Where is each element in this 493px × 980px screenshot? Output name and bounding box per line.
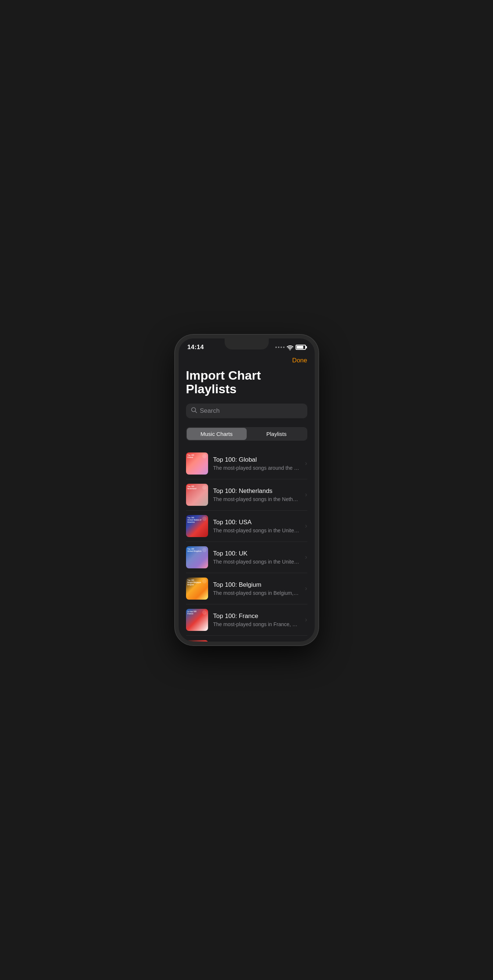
thumb-label: Top 100Global	[187, 454, 195, 458]
chevron-icon: ›	[305, 616, 308, 624]
signal-icon	[275, 347, 285, 348]
thumb-label: Top 100United Kingdom	[187, 548, 202, 552]
done-button-container: Done	[186, 354, 308, 369]
item-text: Top 100: France The most-played songs in…	[213, 612, 300, 627]
item-thumbnail: Top 100Global	[186, 452, 208, 474]
item-thumbnail: Top 100United States of America	[186, 515, 208, 537]
apple-music-badge	[202, 454, 207, 458]
item-title: Top 100: France	[213, 612, 300, 620]
item-thumbnail: Le top 100France	[186, 609, 208, 631]
item-thumbnail: Top 100Nederland	[186, 484, 208, 506]
svg-point-6	[202, 579, 207, 584]
list-item[interactable]: Le top 100France Top 100: France The mos…	[186, 605, 308, 636]
item-subtitle: The most-played songs in the Netherlands…	[213, 496, 300, 502]
apple-music-badge	[202, 517, 207, 521]
list-item[interactable]: Top 100Global Top 100: Global The most-p…	[186, 448, 308, 479]
svg-point-4	[202, 517, 207, 521]
item-subtitle: The most-played songs around the world, …	[213, 465, 300, 471]
item-title: Top 100: USA	[213, 519, 300, 526]
chevron-icon: ›	[305, 585, 308, 592]
apple-music-badge	[202, 610, 207, 615]
item-subtitle: The most-played songs in France, updated…	[213, 621, 300, 627]
apple-music-badge	[202, 548, 207, 552]
status-bar: 14:14	[179, 339, 315, 354]
main-content: Done Import Chart Playlists Music Charts…	[179, 354, 315, 641]
thumb-label: Le top 100France	[187, 610, 197, 615]
item-text: Top 100: Global The most-played songs ar…	[213, 456, 300, 471]
svg-point-5	[202, 548, 207, 552]
item-title: Top 100: Belgium	[213, 581, 300, 589]
item-subtitle: The most-played songs in the United King…	[213, 559, 300, 565]
status-icons	[275, 345, 306, 350]
item-text: Top 100: UK The most-played songs in the…	[213, 550, 300, 565]
list-item[interactable]: Top 100Nederland Top 100: Netherlands Th…	[186, 479, 308, 511]
svg-line-1	[195, 411, 197, 413]
list-item[interactable]: Top 100België Belgique Belgian Top 100: …	[186, 573, 308, 605]
item-thumbnail: Top 100United Kingdom	[186, 546, 208, 568]
list-item[interactable]: Top 100Deutschland Top 100: Germany The …	[186, 636, 308, 641]
item-text: Top 100: USA The most-played songs in th…	[213, 519, 300, 533]
chart-list: Top 100Global Top 100: Global The most-p…	[186, 448, 308, 641]
list-item[interactable]: Top 100United Kingdom Top 100: UK The mo…	[186, 542, 308, 573]
segment-music-charts[interactable]: Music Charts	[187, 428, 247, 440]
wifi-icon	[287, 345, 293, 350]
chevron-icon: ›	[305, 553, 308, 561]
search-input[interactable]	[200, 407, 302, 415]
chevron-icon: ›	[305, 522, 308, 530]
item-text: Top 100: Netherlands The most-played son…	[213, 487, 300, 502]
svg-point-2	[202, 454, 207, 458]
item-thumbnail: Top 100België Belgique Belgian	[186, 578, 208, 600]
apple-music-badge	[202, 579, 207, 584]
item-title: Top 100: Global	[213, 456, 300, 463]
battery-icon	[296, 345, 306, 350]
item-title: Top 100: Netherlands	[213, 487, 300, 495]
item-subtitle: The most-played songs in Belgium, update…	[213, 590, 300, 596]
item-title: Top 100: UK	[213, 550, 300, 557]
apple-music-badge	[202, 485, 207, 490]
item-text: Top 100: Belgium The most-played songs i…	[213, 581, 300, 596]
status-time: 14:14	[187, 344, 204, 351]
item-subtitle: The most-played songs in the United Stat…	[213, 528, 300, 533]
search-icon	[191, 407, 197, 415]
segment-playlists[interactable]: Playlists	[247, 428, 307, 440]
chevron-icon: ›	[305, 491, 308, 498]
thumb-label: Top 100Nederland	[187, 485, 196, 490]
done-button[interactable]: Done	[292, 357, 308, 364]
page-title: Import Chart Playlists	[186, 369, 308, 396]
item-thumbnail: Top 100Deutschland	[186, 640, 208, 641]
chevron-icon: ›	[305, 460, 308, 467]
phone-frame: 14:14 Done Import Chart Playlists	[175, 335, 319, 645]
svg-point-7	[202, 610, 207, 615]
segment-control: Music Charts Playlists	[186, 427, 308, 441]
list-item[interactable]: Top 100United States of America Top 100:…	[186, 511, 308, 542]
svg-point-3	[202, 485, 207, 490]
search-bar[interactable]	[186, 404, 308, 418]
